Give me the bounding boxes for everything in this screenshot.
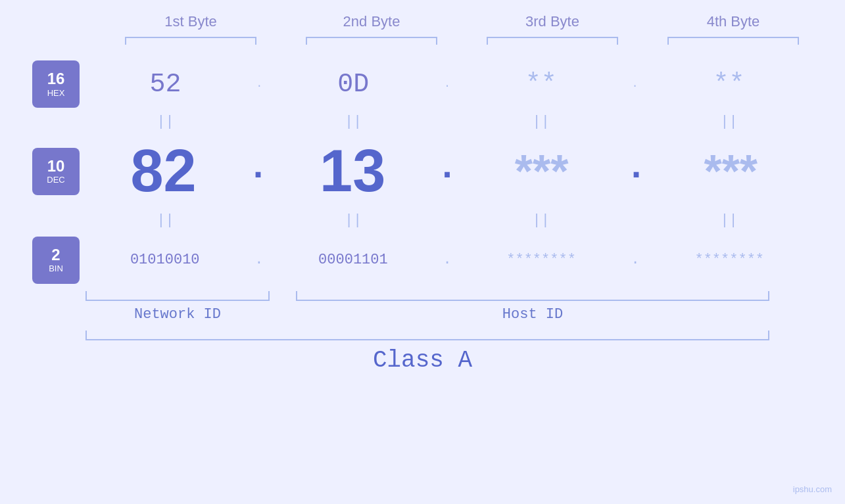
content-wrapper: 16 HEX 52 . 0D . ** . ** (0, 58, 845, 288)
dec-val-b3: *** (515, 146, 569, 197)
hex-sep-3: . (632, 78, 639, 90)
bracket-b3 (487, 37, 618, 45)
dec-row-wrapper: 10 DEC 82 . 13 . *** . *** (0, 133, 845, 209)
hex-badge-label: HEX (47, 88, 65, 98)
dec-b2: 13 (280, 137, 425, 205)
equals-cells-1: || || || || (85, 114, 809, 130)
hex-sep-1: . (256, 78, 263, 90)
hex-row-wrapper: 16 HEX 52 . 0D . ** . ** (0, 58, 845, 110)
class-bracket (85, 331, 769, 340)
bin-val-b4: ******** (694, 252, 764, 268)
host-id-label: Host ID (296, 306, 769, 323)
bin-badge-number: 2 (51, 246, 60, 263)
dec-sep-2: . (436, 147, 458, 189)
bin-b4: ******** (657, 252, 802, 268)
bin-val-b3: ******** (506, 252, 576, 268)
equals-cells-2: || || || || (85, 212, 809, 229)
outer-bracket-row (85, 331, 809, 340)
bin-cells: 01010010 . 00001101 . ******** . *******… (85, 252, 809, 268)
network-id-bracket (85, 291, 270, 301)
class-row: Class A (0, 347, 845, 374)
byte-headers: 1st Byte 2nd Byte 3rd Byte 4th Byte (101, 13, 824, 30)
bin-b1: 01010010 (93, 252, 237, 268)
hex-badge-number: 16 (47, 70, 65, 87)
equals-row-2: || || || || (0, 209, 845, 232)
hex-val-b4: ** (713, 70, 744, 99)
byte4-header: 4th Byte (661, 13, 806, 30)
bracket-labels: Network ID Host ID (85, 306, 809, 323)
dec-badge: 10 DEC (32, 148, 80, 195)
eq1-b4: || (656, 114, 801, 130)
class-label: Class A (373, 347, 472, 374)
dec-badge-number: 10 (47, 158, 65, 175)
hex-sep-2: . (444, 78, 450, 90)
byte1-header: 1st Byte (118, 13, 263, 30)
bin-badge-label: BIN (49, 263, 63, 273)
bin-val-b2: 00001101 (318, 252, 388, 268)
eq1-b1: || (93, 114, 237, 130)
watermark: ipshu.com (793, 484, 832, 494)
host-id-bracket (296, 291, 769, 301)
dec-b4: *** (658, 145, 803, 198)
byte3-header: 3rd Byte (480, 13, 625, 30)
bin-sep-1: . (254, 252, 263, 268)
hex-b4: ** (656, 70, 801, 99)
bin-badge-wrapper: 2 BIN (0, 237, 85, 284)
dec-b3: *** (470, 145, 614, 198)
dec-badge-label: DEC (47, 175, 64, 185)
bottom-brackets-section: Network ID Host ID Class A (0, 291, 845, 374)
eq1-b3: || (469, 114, 614, 130)
hex-b3: ** (469, 70, 614, 99)
network-id-label: Network ID (85, 306, 270, 323)
eq2-b4: || (656, 212, 801, 229)
hex-val-b3: ** (525, 70, 557, 99)
bin-sep-2: . (443, 252, 451, 268)
top-brackets (101, 37, 824, 45)
bin-b2: 00001101 (281, 252, 425, 268)
eq2-b1: || (93, 212, 237, 229)
dec-val-b4: *** (704, 146, 758, 197)
byte2-header: 2nd Byte (299, 13, 444, 30)
dec-val-b1: 82 (131, 138, 197, 204)
bin-b3: ******** (469, 252, 614, 268)
dec-b1: 82 (91, 137, 236, 205)
bin-badge: 2 BIN (32, 237, 80, 284)
bracket-b2 (306, 37, 437, 45)
hex-cells: 52 . 0D . ** . ** (85, 70, 809, 99)
dec-badge-wrapper: 10 DEC (0, 148, 85, 195)
eq2-b3: || (469, 212, 614, 229)
bottom-bracket-row (85, 291, 809, 301)
dec-sep-3: . (625, 147, 647, 189)
eq1-b2: || (281, 114, 425, 130)
bracket-b1 (125, 37, 256, 45)
main-container: 1st Byte 2nd Byte 3rd Byte 4th Byte 16 H… (0, 0, 845, 504)
bin-val-b1: 01010010 (130, 252, 200, 268)
bracket-b4 (667, 37, 799, 45)
hex-badge: 16 HEX (32, 60, 80, 108)
hex-b2: 0D (281, 70, 425, 99)
hex-val-b1: 52 (149, 70, 181, 99)
dec-cells: 82 . 13 . *** . *** (85, 137, 809, 205)
bin-sep-3: . (631, 252, 640, 268)
equals-row-1: || || || || (0, 110, 845, 133)
hex-b1: 52 (93, 70, 238, 99)
hex-val-b2: 0D (337, 70, 369, 99)
dec-sep-1: . (247, 147, 269, 189)
bin-row-wrapper: 2 BIN 01010010 . 00001101 . ******** . * (0, 232, 845, 288)
dec-val-b2: 13 (320, 138, 385, 204)
eq2-b2: || (281, 212, 425, 229)
hex-badge-wrapper: 16 HEX (0, 60, 85, 108)
